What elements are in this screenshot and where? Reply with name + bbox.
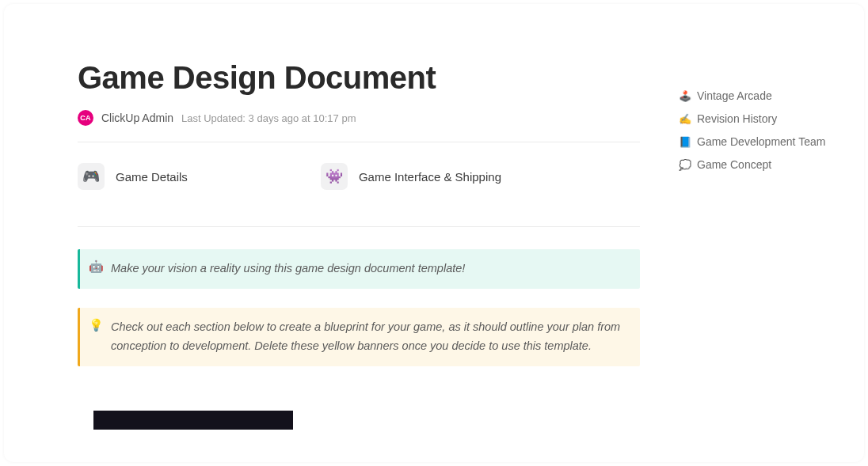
banner-blueprint: 💡 Check out each section below to create… [78, 308, 640, 366]
page-title: Game Design Document [78, 59, 640, 96]
toc-item-revision-history[interactable]: ✍️ Revision History [679, 111, 845, 127]
divider-sections [78, 226, 640, 227]
banner-blueprint-text: Check out each section below to create a… [111, 318, 624, 356]
section-label: Game Interface & Shipping [359, 170, 501, 184]
bulb-icon: 💡 [89, 318, 104, 332]
toc-label: Revision History [697, 111, 777, 127]
page-card: Game Design Document CA ClickUp Admin La… [4, 4, 864, 462]
meta-row: CA ClickUp Admin Last Updated: 3 days ag… [78, 110, 640, 126]
author-name: ClickUp Admin [101, 112, 173, 124]
banner-vision-text: Make your vision a reality using this ga… [111, 260, 624, 278]
toc-item-dev-team[interactable]: 📘 Game Development Team [679, 134, 845, 150]
joystick-icon: 🕹️ [679, 89, 691, 104]
author-avatar[interactable]: CA [78, 110, 93, 126]
robot-icon: 🤖 [89, 260, 104, 274]
section-link-interface-shipping[interactable]: 👾 Game Interface & Shipping [321, 163, 501, 190]
writing-icon: ✍️ [679, 112, 691, 127]
last-updated: Last Updated: 3 days ago at 10:17 pm [181, 112, 356, 124]
alien-icon: 👾 [321, 163, 348, 190]
section-label: Game Details [116, 170, 188, 184]
toc-label: Game Development Team [697, 134, 825, 150]
toc-label: Vintage Arcade [697, 88, 772, 104]
toc-item-game-concept[interactable]: 💭 Game Concept [679, 157, 845, 173]
page-toc: 🕹️ Vintage Arcade ✍️ Revision History 📘 … [679, 88, 845, 173]
book-icon: 📘 [679, 134, 691, 150]
embed-preview[interactable] [93, 411, 293, 430]
banner-vision: 🤖 Make your vision a reality using this … [78, 249, 640, 289]
toc-item-vintage-arcade[interactable]: 🕹️ Vintage Arcade [679, 88, 845, 104]
section-link-game-details[interactable]: 🎮 Game Details [78, 163, 188, 190]
main-column: Game Design Document CA ClickUp Admin La… [78, 59, 640, 430]
thought-icon: 💭 [679, 157, 691, 173]
gamepad-icon: 🎮 [78, 163, 105, 190]
section-links: 🎮 Game Details 👾 Game Interface & Shippi… [78, 142, 640, 210]
toc-label: Game Concept [697, 157, 771, 173]
